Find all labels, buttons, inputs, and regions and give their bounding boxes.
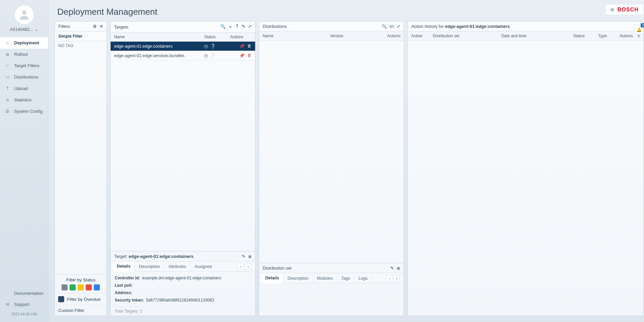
filter-by-status-label: Filter by Status xyxy=(58,277,103,282)
question-icon: ❔ xyxy=(210,44,216,49)
tab-details[interactable]: Details xyxy=(261,273,283,283)
tabs-next-button[interactable]: › xyxy=(394,275,400,281)
nav-label: Rollout xyxy=(14,52,28,57)
distribution-detail-list-button[interactable]: ≣ xyxy=(397,266,400,271)
status-swatch-unknown[interactable] xyxy=(62,284,68,290)
k-token: Security token: xyxy=(115,298,144,303)
target-name: edge-agent-01:edge:services:bundles xyxy=(114,53,198,58)
nav-statistics[interactable]: ⫼Statistics xyxy=(0,94,48,106)
brand-glyph-icon: ⊕ xyxy=(610,6,615,13)
nav-upload[interactable]: ⤒Upload xyxy=(0,83,48,94)
list-icon: ≣ xyxy=(248,254,252,259)
action-history-menu-button[interactable]: ≡ xyxy=(638,34,640,38)
tab-details[interactable]: Details xyxy=(113,262,135,272)
filters-title: Filters xyxy=(58,24,70,29)
pin-icon[interactable]: 📌 xyxy=(239,44,245,49)
col-status: Status xyxy=(573,34,593,38)
distributions-expand-button[interactable]: ⤢ xyxy=(397,24,400,29)
tab-tags[interactable]: Tags xyxy=(337,274,354,283)
nav-label: Distributions xyxy=(14,75,38,80)
targets-panel: Targets 🔍 ＋ ⤒ ✎ ⤢ Name Status Actions xyxy=(110,21,255,316)
avatar xyxy=(15,5,34,24)
nav-deployment[interactable]: ⌂Deployment xyxy=(0,37,48,49)
filters-panel: Filters ⚙ ✕ Simple Filter NO TAG Filter … xyxy=(54,21,107,316)
bell-icon: 🔔 xyxy=(636,27,642,32)
sidebar: A5140482... ⌄ ⌂Deployment ≣Rollout ⑂Targ… xyxy=(0,0,48,322)
target-detail-edit-button[interactable]: ✎ xyxy=(242,254,245,259)
col-dist: Distribution set xyxy=(433,34,496,38)
tabs-next-button[interactable]: › xyxy=(245,264,251,270)
tabs-prev-button[interactable]: ‹ xyxy=(238,264,244,270)
targets-expand-button[interactable]: ⤢ xyxy=(248,24,252,30)
nav-system-config[interactable]: ⚙System Config xyxy=(0,106,48,117)
chevron-right-icon: › xyxy=(248,265,249,269)
chevron-left-icon: ‹ xyxy=(389,276,390,280)
distributions-search-button[interactable]: 🔍 xyxy=(381,24,387,29)
tab-logs[interactable]: Logs xyxy=(355,274,372,283)
clock-icon: ◷ xyxy=(204,44,208,49)
status-swatch-ok[interactable] xyxy=(70,284,76,290)
distribution-detail-edit-button[interactable]: ✎ xyxy=(390,266,394,271)
status-swatch-error[interactable] xyxy=(86,284,92,290)
nav-support[interactable]: ✉Support xyxy=(0,299,48,310)
panels-grid: Filters ⚙ ✕ Simple Filter NO TAG Filter … xyxy=(48,21,644,322)
trash-icon[interactable]: 🗑 xyxy=(247,53,252,58)
pin-icon[interactable]: 📌 xyxy=(239,53,245,58)
filter-no-tag[interactable]: NO TAG xyxy=(55,41,107,50)
filters-settings-button[interactable]: ⚙ xyxy=(93,24,97,29)
tab-assigned[interactable]: Assigned xyxy=(191,262,216,271)
pencil-icon: ✎ xyxy=(242,24,245,29)
search-icon: 🔍 xyxy=(220,24,226,29)
distributions-tag-button[interactable]: 🏷 xyxy=(390,24,394,29)
tab-description[interactable]: Description xyxy=(135,262,164,271)
distributions-panel: Distributions 🔍 🏷 ⤢ Name Version Actions xyxy=(259,21,404,316)
filters-simple-header: Simple Filter xyxy=(55,32,107,41)
page-title: Deployment Management xyxy=(48,0,644,21)
filters-close-button[interactable]: ✕ xyxy=(99,24,103,29)
target-name: edge-agent-01:edge:containers xyxy=(114,44,198,49)
nav-target-filters[interactable]: ⑂Target Filters xyxy=(0,60,48,72)
tab-attributes[interactable]: Attributes xyxy=(164,262,191,271)
nav-documentation[interactable]: ❔Documentation xyxy=(0,288,48,299)
target-row[interactable]: edge-agent-01:edge:services:bundles ◷ ❔ … xyxy=(111,51,255,60)
k-address: Address: xyxy=(115,290,132,295)
nav-rollout[interactable]: ≣Rollout xyxy=(0,49,48,60)
chevron-right-icon: › xyxy=(396,276,398,280)
notifications-count: 2 xyxy=(641,23,644,28)
filter-by-overdue[interactable]: Filter by Overdue xyxy=(55,293,107,305)
targets-search-button[interactable]: 🔍 xyxy=(220,24,226,30)
pencil-icon: ✎ xyxy=(390,266,394,271)
overdue-swatch-icon xyxy=(58,296,64,302)
chevron-down-icon: ⌄ xyxy=(35,27,38,32)
targets-edit-button[interactable]: ✎ xyxy=(242,24,245,30)
gear-icon: ⚙ xyxy=(5,109,10,114)
targets-add-button[interactable]: ＋ xyxy=(228,24,233,30)
status-swatch-info[interactable] xyxy=(94,284,100,290)
target-row[interactable]: edge-agent-01:edge:containers ◷ ❔ 📌 🗑 xyxy=(111,42,255,51)
briefcase-icon: ▭ xyxy=(5,75,10,80)
nav-label: Statistics xyxy=(14,97,32,102)
k-controller-id: Controller Id: xyxy=(115,276,140,280)
notifications-button[interactable]: 🔔 2 xyxy=(634,25,644,34)
close-icon: ✕ xyxy=(99,24,103,29)
tabs-prev-button[interactable]: ‹ xyxy=(386,275,392,281)
nav-distributions[interactable]: ▭Distributions xyxy=(0,72,48,83)
clock-icon: ◷ xyxy=(204,53,208,58)
trash-icon[interactable]: 🗑 xyxy=(247,44,252,49)
tab-description[interactable]: Description xyxy=(283,274,313,283)
menu-icon: ≡ xyxy=(638,34,640,38)
target-detail-list-button[interactable]: ≣ xyxy=(248,254,252,259)
targets-title: Targets xyxy=(114,25,128,30)
user-name: A5140482... xyxy=(10,27,33,32)
targets-bulk-button[interactable]: ⤒ xyxy=(235,24,239,30)
filter-icon: ⑂ xyxy=(5,63,10,68)
status-swatch-pending[interactable] xyxy=(78,284,84,290)
home-icon: ⌂ xyxy=(5,40,10,45)
gear-icon: ⚙ xyxy=(93,24,97,29)
tab-modules[interactable]: Modules xyxy=(313,274,337,283)
brand-badge: ⊕ BOSCH xyxy=(605,4,644,15)
user-menu[interactable]: A5140482... ⌄ xyxy=(10,27,38,32)
main-nav: ⌂Deployment ≣Rollout ⑂Target Filters ▭Di… xyxy=(0,37,48,117)
custom-filter[interactable]: Custom Filter xyxy=(55,305,107,316)
upload-icon: ⤒ xyxy=(5,86,10,91)
